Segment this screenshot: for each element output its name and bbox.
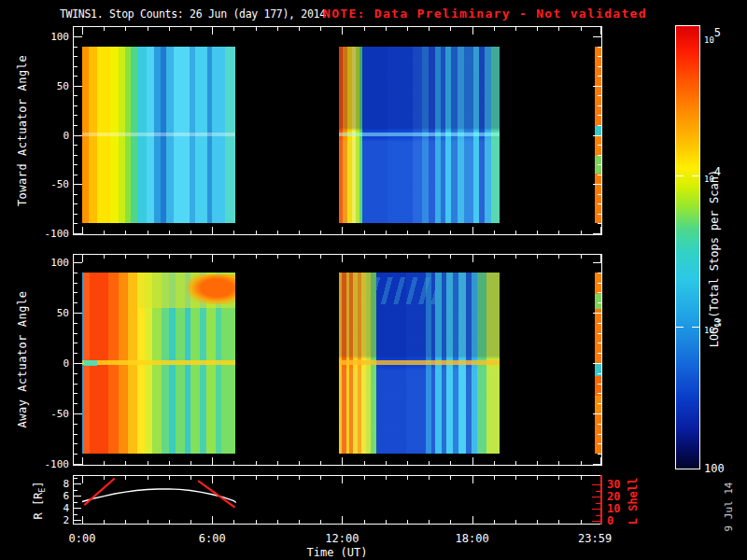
- x-tick: [233, 476, 234, 480]
- r-tick: [74, 478, 78, 479]
- x-tick: [169, 27, 170, 31]
- x-tick: [472, 516, 473, 524]
- y-tick: [593, 262, 601, 263]
- x-tick: [386, 231, 387, 234]
- r-tick-label: 4: [63, 502, 69, 514]
- l-tick: [592, 521, 600, 522]
- r-tick: [74, 502, 78, 503]
- x-tick: [558, 255, 559, 259]
- x-tick: [320, 231, 321, 234]
- x-tick: [494, 461, 495, 465]
- x-tick: [233, 520, 234, 524]
- y-tick: [74, 184, 82, 185]
- panel-ephemeris-frame: [73, 475, 602, 525]
- x-tick: [169, 255, 170, 259]
- y-tick: [74, 66, 78, 67]
- y-tick: [598, 76, 601, 77]
- y-tick-label: 0: [63, 357, 69, 370]
- x-tick: [125, 461, 126, 465]
- x-tick: [342, 27, 343, 35]
- x-tick: [190, 476, 191, 480]
- l-tick: [596, 491, 600, 492]
- r-tick-label: 6: [63, 490, 69, 502]
- y-tick: [74, 86, 82, 87]
- y-tick: [74, 56, 78, 57]
- x-tick: [104, 255, 105, 259]
- x-tick-label: 6:00: [199, 532, 226, 545]
- x-tick: [581, 461, 582, 465]
- r-label-sub: E: [38, 488, 47, 493]
- y-tick: [598, 223, 601, 224]
- y-tick: [74, 105, 78, 106]
- x-tick: [233, 231, 234, 234]
- y-tick: [598, 403, 601, 404]
- y-tick: [74, 47, 78, 48]
- x-tick: [125, 27, 126, 31]
- y-tick: [593, 313, 601, 314]
- y-tick-label: 50: [57, 307, 69, 319]
- colorbar-tick-dash: [676, 327, 684, 328]
- colorbar-tick-base: 10: [704, 35, 714, 45]
- x-tick: [429, 461, 430, 465]
- y-tick: [598, 443, 601, 444]
- x-tick: [299, 520, 300, 524]
- r-tick: [74, 490, 78, 491]
- x-tick: [342, 476, 343, 483]
- y-tick: [74, 175, 78, 175]
- colorbar-tick-label: 100: [704, 462, 725, 475]
- x-tick-label: 23:59: [578, 532, 612, 545]
- y-tick-label: 50: [57, 79, 69, 91]
- y-tick: [598, 292, 601, 293]
- l-tick: [592, 497, 600, 497]
- x-tick: [299, 231, 300, 234]
- x-tick: [537, 461, 538, 465]
- x-tick: [342, 255, 343, 262]
- y-tick: [74, 194, 78, 195]
- colorbar-tick-base: 10: [704, 175, 714, 184]
- y-tick: [598, 105, 601, 106]
- r-tick-label: 2: [63, 514, 69, 526]
- y-tick: [593, 86, 601, 87]
- y-tick: [598, 333, 601, 334]
- x-tick: [407, 27, 408, 31]
- y-axis-label-toward: Toward Actuator Angle: [16, 55, 29, 206]
- y-tick: [74, 373, 78, 374]
- x-tick: [212, 457, 213, 465]
- colorbar-tick-dash: [692, 175, 699, 176]
- x-tick: [472, 457, 473, 465]
- x-tick: [407, 476, 408, 480]
- x-tick: [148, 476, 148, 480]
- x-tick: [450, 520, 451, 524]
- x-tick: [515, 476, 516, 480]
- preliminary-note: NOTE: Data Preliminary - Not validated: [323, 7, 647, 21]
- x-tick: [429, 231, 430, 234]
- x-tick: [104, 231, 105, 234]
- y-tick: [598, 302, 601, 303]
- l-tick-label: 20: [607, 490, 620, 503]
- y-tick: [74, 203, 78, 204]
- l-tick-label: 0: [607, 514, 613, 527]
- y-tick: [598, 424, 601, 425]
- y-tick: [74, 434, 78, 435]
- x-tick: [320, 476, 321, 480]
- y-tick-label: 100: [50, 257, 69, 269]
- colorbar: [675, 25, 700, 469]
- x-tick: [537, 255, 538, 259]
- x-tick: [364, 461, 365, 465]
- r-tick: [74, 520, 81, 521]
- x-tick: [320, 461, 321, 465]
- date-stamp: 9 Jul 14: [723, 483, 735, 532]
- y-tick: [74, 363, 82, 364]
- l-tick: [596, 515, 600, 516]
- y-tick: [593, 184, 601, 185]
- x-tick: [537, 231, 538, 234]
- y-tick: [74, 384, 78, 385]
- x-tick: [104, 461, 105, 465]
- x-tick: [82, 516, 83, 524]
- colorbar-tick-exponent: 4: [714, 165, 721, 178]
- r-tick-label: 8: [63, 478, 69, 490]
- x-tick: [494, 231, 495, 234]
- x-tick: [558, 27, 559, 31]
- x-tick: [494, 476, 495, 480]
- r-label-pre: R [R: [32, 493, 45, 520]
